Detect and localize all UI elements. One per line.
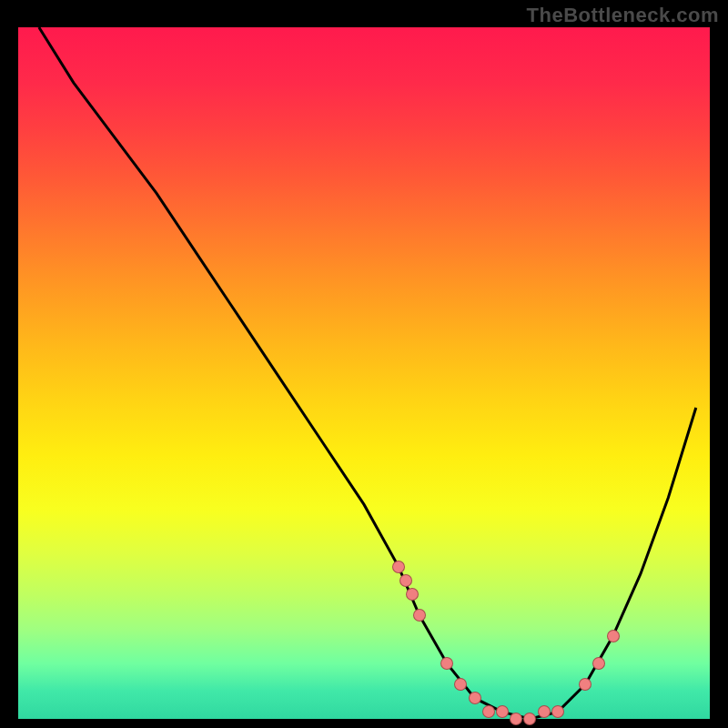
sample-dot [538, 705, 551, 718]
chart-container: TheBottleneck.com [0, 0, 728, 728]
sample-dot [392, 561, 405, 573]
curve-svg [18, 27, 710, 719]
plot-area [18, 27, 710, 719]
bottleneck-curve [39, 27, 696, 719]
sample-dot [510, 713, 522, 725]
watermark-text: TheBottleneck.com [527, 4, 719, 27]
sample-dot [523, 713, 536, 725]
sample-dot [399, 574, 412, 587]
sample-dot [413, 609, 426, 622]
sample-dot [607, 630, 620, 642]
sample-dot [469, 692, 481, 704]
